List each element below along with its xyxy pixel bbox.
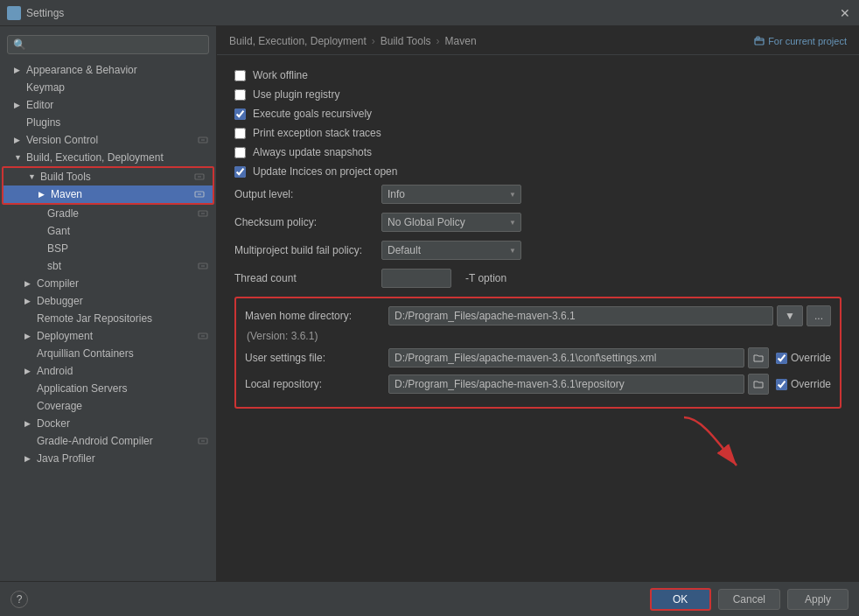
output-level-row: Output level: Info Debug Verbose [234, 185, 842, 204]
maven-paths-section: Maven home directory: ▼ ... (Version: 3.… [234, 297, 842, 409]
arrow-icon: ▼ [14, 153, 23, 162]
sidebar-item-android[interactable]: ▶ Android [0, 362, 216, 380]
help-button[interactable]: ? [10, 591, 28, 608]
arrow-icon [14, 118, 23, 127]
cancel-button[interactable]: Cancel [718, 589, 780, 610]
sidebar-item-gant[interactable]: Gant [0, 222, 216, 240]
sidebar-label: Gradle-Android Compiler [37, 435, 153, 447]
sidebar-item-java-profiler[interactable]: ▶ Java Profiler [0, 450, 216, 467]
t-option-label: -T option [465, 272, 506, 284]
arrow-icon [35, 227, 44, 235]
app-icon [7, 6, 21, 20]
sidebar-item-build-exec[interactable]: ▼ Build, Execution, Deployment [0, 149, 216, 166]
repo-icon [197, 260, 209, 272]
sidebar-item-remote-jar[interactable]: Remote Jar Repositories [0, 310, 216, 327]
search-icon: 🔍 [13, 38, 26, 51]
sidebar-item-build-tools[interactable]: ▼ Build Tools [3, 168, 213, 186]
maven-version: (Version: 3.6.1) [245, 330, 831, 342]
sidebar-item-maven[interactable]: ▶ Maven [3, 186, 213, 203]
sidebar-item-editor[interactable]: ▶ Editor [0, 96, 216, 114]
settings-content-area: Build, Execution, Deployment › Build Too… [217, 26, 859, 581]
print-exception-row: Print exception stack traces [234, 127, 842, 139]
user-settings-override: Override [776, 352, 831, 364]
sidebar-label: Coverage [37, 400, 82, 412]
sidebar-item-deployment[interactable]: ▶ Deployment [0, 327, 216, 345]
update-indices-row: Update Incices on project open [234, 165, 842, 178]
sidebar-label: Remote Jar Repositories [37, 312, 152, 325]
output-level-label: Output level: [234, 188, 374, 200]
svg-rect-1 [15, 8, 19, 12]
local-repo-browse-btn[interactable] [748, 374, 769, 395]
user-settings-browse-btn[interactable] [748, 347, 769, 368]
arrow-icon [24, 349, 33, 358]
repo-icon [193, 188, 206, 200]
repo-icon [197, 134, 209, 146]
arrow-icon: ▶ [14, 66, 23, 74]
sidebar-item-appearance[interactable]: ▶ Appearance & Behavior [0, 61, 216, 79]
multiproject-policy-label: Multiproject build fail policy: [234, 244, 374, 256]
user-settings-override-checkbox[interactable] [776, 353, 787, 364]
sidebar-label: sbt [47, 260, 61, 272]
sidebar-item-bsp[interactable]: BSP [0, 240, 216, 257]
thread-count-row: Thread count -T option [234, 269, 842, 288]
update-indices-label[interactable]: Update Incices on project open [253, 165, 397, 178]
always-update-label[interactable]: Always update snapshots [253, 146, 372, 158]
local-repo-override: Override [776, 378, 831, 390]
maven-home-dropdown-btn[interactable]: ▼ [777, 305, 803, 326]
override1-label[interactable]: Override [791, 352, 831, 364]
user-settings-label: User settings file: [245, 352, 385, 364]
output-level-select-wrapper: Info Debug Verbose [381, 185, 521, 204]
sidebar-label: Application Servers [37, 382, 127, 395]
sidebar-item-gradle-android[interactable]: Gradle-Android Compiler [0, 432, 216, 450]
output-level-select[interactable]: Info Debug Verbose [381, 185, 521, 204]
thread-count-input[interactable] [381, 269, 451, 288]
sidebar-item-app-servers[interactable]: Application Servers [0, 380, 216, 397]
print-exception-checkbox[interactable] [234, 128, 246, 139]
sidebar-item-coverage[interactable]: Coverage [0, 397, 216, 415]
maven-home-browse-btn[interactable]: ... [807, 305, 831, 326]
multiproject-policy-select[interactable]: Default Never Fail at end Always [381, 241, 521, 260]
arrow-icon: ▶ [14, 136, 23, 144]
update-indices-checkbox[interactable] [234, 166, 246, 178]
maven-home-input[interactable] [388, 306, 773, 326]
user-settings-row: User settings file: Override [245, 347, 831, 368]
sidebar-label: Compiler [37, 277, 79, 290]
sidebar-item-plugins[interactable]: Plugins [0, 114, 216, 131]
local-repo-override-checkbox[interactable] [776, 379, 787, 390]
print-exception-label[interactable]: Print exception stack traces [253, 127, 381, 139]
sidebar-search[interactable]: 🔍 [7, 35, 209, 54]
sidebar-item-version-control[interactable]: ▶ Version Control [0, 131, 216, 149]
always-update-checkbox[interactable] [234, 147, 246, 158]
local-repo-input[interactable] [388, 374, 744, 394]
arrow-icon: ▶ [24, 454, 33, 463]
search-input[interactable] [30, 38, 203, 51]
sidebar: 🔍 ▶ Appearance & Behavior Keymap ▶ Edito… [0, 26, 217, 581]
for-project-label: For current project [768, 36, 847, 46]
always-update-row: Always update snapshots [234, 146, 842, 158]
arrow-icon [35, 209, 44, 218]
sidebar-item-docker[interactable]: ▶ Docker [0, 415, 216, 432]
execute-goals-label[interactable]: Execute goals recursively [253, 108, 372, 120]
close-button[interactable]: ✕ [838, 6, 852, 20]
arrow-icon: ▶ [24, 419, 33, 428]
window-title: Settings [26, 7, 64, 19]
multiproject-policy-row: Multiproject build fail policy: Default … [234, 241, 842, 260]
sidebar-item-gradle[interactable]: Gradle [0, 205, 216, 222]
ok-button[interactable]: OK [650, 588, 711, 611]
user-settings-input[interactable] [388, 348, 744, 368]
execute-goals-checkbox[interactable] [234, 108, 246, 120]
sidebar-item-arquillian[interactable]: Arquillian Containers [0, 345, 216, 362]
checksum-policy-select[interactable]: No Global Policy Strict Warn Ignore [381, 213, 521, 232]
sidebar-label: Maven [51, 188, 82, 200]
sidebar-item-sbt[interactable]: sbt [0, 257, 216, 275]
sidebar-item-keymap[interactable]: Keymap [0, 79, 216, 96]
work-offline-label[interactable]: Work offline [253, 69, 308, 81]
sidebar-item-debugger[interactable]: ▶ Debugger [0, 292, 216, 310]
apply-button[interactable]: Apply [787, 589, 849, 610]
use-plugin-checkbox[interactable] [234, 89, 246, 101]
arrow-icon: ▶ [24, 367, 33, 375]
sidebar-item-compiler[interactable]: ▶ Compiler [0, 275, 216, 292]
use-plugin-label[interactable]: Use plugin registry [253, 88, 339, 101]
work-offline-checkbox[interactable] [234, 70, 246, 81]
override2-label[interactable]: Override [791, 378, 831, 390]
